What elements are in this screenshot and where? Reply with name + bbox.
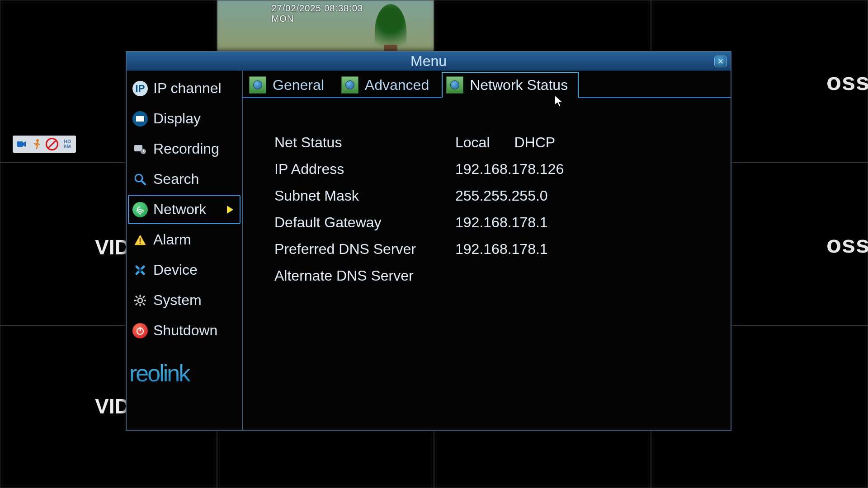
motion-icon [29, 136, 44, 152]
svg-point-6 [139, 213, 141, 215]
info-row-subnet-mask: Subnet Mask 255.255.255.0 [274, 188, 731, 204]
tab-label: Advanced [365, 77, 429, 94]
sidebar-item-label: Network [153, 201, 206, 218]
net-status-local: Local [455, 134, 490, 151]
tab-network-status[interactable]: Network Status [442, 72, 579, 98]
recording-icon [132, 141, 148, 157]
info-row-alternate-dns: Alternate DNS Server [274, 267, 731, 284]
tab-label: General [273, 77, 324, 94]
hd-badge-bottom: 8M [64, 144, 71, 149]
sidebar-item-system[interactable]: System [128, 286, 241, 315]
sidebar-item-ip-channel[interactable]: IP IP channel [128, 74, 241, 103]
info-label: Preferred DNS Server [274, 241, 455, 258]
svg-point-10 [138, 298, 142, 303]
grid-channel-label: VID [95, 235, 130, 259]
brand-logo: reolink [127, 360, 242, 387]
info-value: 192.168.178.1 [455, 241, 731, 258]
dialog-title: Menu [410, 53, 447, 70]
info-value [455, 267, 731, 284]
camera-status-badges: HD 8M [13, 136, 76, 153]
tab-label: Network Status [470, 77, 568, 94]
svg-line-18 [136, 303, 137, 305]
sidebar-item-label: Display [153, 110, 201, 127]
sidebar-item-label: Search [153, 171, 199, 188]
info-label: Default Gateway [274, 214, 455, 231]
sidebar-item-alarm[interactable]: Alarm [128, 225, 241, 254]
info-value: Local DHCP [455, 134, 731, 151]
close-icon: ✕ [717, 57, 724, 66]
network-status-panel: Net Status Local DHCP IP Address 192.168… [243, 98, 731, 294]
svg-point-9 [138, 268, 142, 272]
tab-icon [446, 76, 463, 94]
sidebar-item-label: Alarm [153, 231, 191, 248]
tabs: General Advanced Network Status [243, 71, 731, 98]
info-value: 192.168.178.126 [455, 161, 731, 178]
info-row-preferred-dns: Preferred DNS Server 192.168.178.1 [274, 241, 731, 258]
content-pane: General Advanced Network Status Net Stat… [243, 71, 731, 430]
device-icon [132, 263, 148, 278]
tab-icon [249, 76, 266, 94]
close-button[interactable]: ✕ [714, 56, 727, 67]
video-loss-fragment: oss [826, 230, 868, 258]
svg-point-8 [140, 243, 141, 244]
menu-dialog: Menu ✕ IP IP channel Display Recording [126, 51, 731, 431]
sidebar-item-label: Recording [153, 141, 219, 157]
svg-line-16 [143, 303, 145, 305]
sidebar-item-search[interactable]: Search [128, 164, 241, 194]
plant-decoration [375, 4, 406, 58]
dialog-titlebar: Menu ✕ [127, 52, 731, 71]
svg-line-17 [143, 296, 145, 298]
network-icon [132, 202, 148, 217]
sidebar-item-label: IP channel [153, 80, 222, 97]
info-value: 192.168.178.1 [455, 214, 731, 231]
sidebar-item-label: System [153, 292, 202, 309]
info-label: Net Status [274, 134, 455, 151]
search-icon [132, 172, 148, 187]
tab-general[interactable]: General [245, 72, 335, 97]
net-status-dhcp: DHCP [514, 134, 556, 151]
info-row-net-status: Net Status Local DHCP [274, 134, 731, 151]
svg-line-15 [136, 296, 137, 298]
hd-badge: HD 8M [60, 136, 75, 152]
info-row-ip-address: IP Address 192.168.178.126 [274, 161, 731, 178]
ip-icon: IP [132, 81, 148, 96]
grid-channel-label: VID [95, 394, 130, 418]
video-loss-fragment: oss [826, 67, 868, 95]
record-icon [14, 136, 29, 152]
preview-timestamp: 27/02/2025 08:38:03 MON [272, 3, 380, 24]
info-label: IP Address [274, 161, 455, 178]
blocked-icon [44, 136, 60, 152]
sidebar-item-device[interactable]: Device [128, 255, 241, 285]
sidebar-item-label: Device [153, 262, 198, 278]
svg-line-5 [142, 181, 145, 184]
info-label: Subnet Mask [274, 188, 455, 204]
svg-rect-0 [17, 141, 23, 147]
sidebar-item-network[interactable]: Network [128, 195, 241, 224]
tab-advanced[interactable]: Advanced [337, 72, 440, 97]
alarm-icon [132, 232, 148, 248]
info-label: Alternate DNS Server [274, 267, 455, 284]
display-icon [132, 111, 148, 127]
sidebar: IP IP channel Display Recording Search [127, 71, 243, 430]
tab-icon [341, 76, 359, 94]
info-row-default-gateway: Default Gateway 192.168.178.1 [274, 214, 731, 231]
sidebar-item-shutdown[interactable]: Shutdown [128, 316, 241, 345]
sidebar-item-display[interactable]: Display [128, 104, 241, 133]
info-value: 255.255.255.0 [455, 188, 731, 204]
system-icon [132, 293, 148, 308]
shutdown-icon [132, 323, 148, 338]
sidebar-item-recording[interactable]: Recording [128, 134, 241, 164]
submenu-arrow-icon [227, 206, 233, 214]
sidebar-item-label: Shutdown [153, 322, 217, 339]
